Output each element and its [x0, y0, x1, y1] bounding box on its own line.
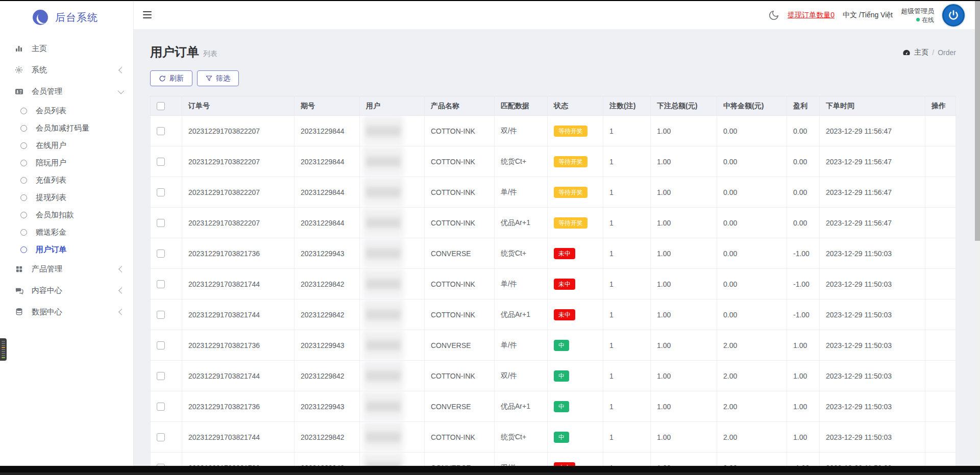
blurred-username [366, 432, 401, 442]
status-badge: 中 [554, 370, 569, 382]
row-checkbox[interactable] [157, 280, 165, 288]
status-badge: 等待开奖 [554, 126, 587, 137]
ops-cell [925, 422, 956, 453]
row-checkbox[interactable] [157, 127, 165, 135]
row-checkbox[interactable] [157, 188, 165, 196]
dashboard-icon [902, 48, 911, 57]
sidebar-item-label: 会员管理 [32, 87, 119, 96]
select-all-checkbox[interactable] [157, 102, 165, 110]
time-cell: 2023-12-29 11:50:03 [820, 299, 925, 330]
sidebar-item-label: 赠送彩金 [36, 228, 124, 237]
match-cell: 单/件 [495, 330, 548, 361]
time-cell: 2023-12-29 11:56:47 [820, 208, 925, 238]
total-cell: 1.00 [651, 116, 717, 146]
order-no-cell: 202312291703822207 [182, 208, 295, 238]
withdraw-order-count[interactable]: 提现订单数量0 [788, 11, 835, 20]
total-cell: 1.00 [651, 238, 717, 269]
sidebar-item-1[interactable]: 主页 [0, 38, 133, 59]
status-badge: 中 [554, 432, 569, 443]
checkbox-cell [151, 391, 182, 422]
blurred-username [366, 279, 401, 289]
circle-icon [19, 106, 28, 115]
period-no-cell: 20231229943 [295, 391, 360, 422]
page-subtitle: 列表 [203, 49, 217, 58]
column-header: 盈利 [787, 96, 820, 116]
filter-button[interactable]: 筛选 [197, 70, 239, 86]
debug-panel-handle[interactable] [0, 338, 7, 361]
row-checkbox[interactable] [157, 433, 165, 441]
sidebar-item-4[interactable]: 会员列表 [0, 102, 133, 119]
user-cell [360, 361, 425, 391]
sidebar-item-3[interactable]: 会员管理 [0, 81, 133, 102]
order-no-cell: 202312291703822207 [182, 146, 295, 177]
online-dot-icon [916, 18, 920, 21]
power-icon [947, 9, 960, 22]
profit-cell: -1.00 [787, 299, 820, 330]
profit-cell: -1.00 [787, 238, 820, 269]
sidebar-item-10[interactable]: 会员加扣款 [0, 206, 133, 223]
time-cell: 2023-12-29 11:50:03 [820, 391, 925, 422]
checkbox-cell [151, 177, 182, 208]
match-cell: 单/件 [495, 177, 548, 208]
sidebar-item-12[interactable]: 用户订单 [0, 241, 133, 258]
page-scrollbar[interactable] [975, 1, 980, 466]
breadcrumb-current: Order [938, 48, 956, 57]
bets-cell: 1 [603, 422, 651, 453]
status-cell: 未中 [548, 299, 603, 330]
sidebar-item-8[interactable]: 充值列表 [0, 171, 133, 189]
sidebar-item-9[interactable]: 提现列表 [0, 189, 133, 206]
row-checkbox[interactable] [157, 219, 165, 227]
period-no-cell: 20231229844 [295, 208, 360, 238]
chevron-left-icon [118, 67, 125, 73]
sidebar-item-5[interactable]: 会员加减打码量 [0, 119, 133, 137]
checkbox-cell [151, 299, 182, 330]
blurred-username [366, 248, 401, 259]
order-no-cell: 202312291703821736 [182, 330, 295, 361]
hamburger-menu-icon[interactable] [143, 11, 152, 18]
column-header: 产品名称 [425, 96, 495, 116]
sidebar-item-14[interactable]: 内容中心 [0, 280, 133, 301]
brand-logo-icon [33, 10, 48, 25]
win-amount-cell: 0.00 [717, 299, 787, 330]
main-content: 用户订单列表 主页 / Order 刷新 筛选 订单号期号用户产品名称匹配数据状… [134, 30, 980, 466]
sidebar-item-6[interactable]: 在线用户 [0, 137, 133, 154]
grid-icon [14, 264, 23, 273]
row-checkbox[interactable] [157, 403, 165, 411]
row-checkbox[interactable] [157, 158, 165, 166]
circle-icon [19, 176, 28, 185]
language-switch[interactable]: 中文 /Tiếng Việt [843, 11, 893, 20]
blurred-username [366, 310, 401, 320]
table-row: 20231229170382174420231229842COTTON-INK统… [151, 422, 956, 453]
sidebar-item-7[interactable]: 陪玩用户 [0, 154, 133, 171]
refresh-button[interactable]: 刷新 [150, 70, 192, 86]
total-cell: 1.00 [651, 391, 717, 422]
ops-cell [925, 146, 956, 177]
orders-table: 订单号期号用户产品名称匹配数据状态注数(注)下注总额(元)中将金额(元)盈利下单… [150, 96, 955, 475]
match-cell: 统货Ct+ [495, 238, 548, 269]
status-cell: 中 [548, 391, 603, 422]
breadcrumb-home[interactable]: 主页 [914, 48, 928, 57]
win-amount-cell: 2.00 [717, 361, 787, 391]
status-badge: 未中 [554, 309, 575, 320]
sidebar-item-13[interactable]: 产品管理 [0, 258, 133, 280]
top-header: 提现订单数量0 中文 /Tiếng Việt 超级管理员 在线 [134, 1, 975, 30]
period-no-cell: 20231229842 [295, 269, 360, 299]
win-amount-cell: 2.00 [717, 391, 787, 422]
row-checkbox[interactable] [157, 372, 165, 380]
row-checkbox[interactable] [157, 311, 165, 319]
row-checkbox[interactable] [157, 341, 165, 349]
match-cell: 统货Ct+ [495, 146, 548, 177]
chevron-left-icon [118, 287, 125, 294]
sidebar-item-2[interactable]: 系统 [0, 59, 133, 81]
ops-cell [925, 116, 956, 146]
avatar[interactable] [942, 4, 965, 27]
total-cell: 1.00 [651, 361, 717, 391]
period-no-cell: 20231229844 [295, 177, 360, 208]
ops-cell [925, 269, 956, 299]
sidebar-item-15[interactable]: 数据中心 [0, 301, 133, 322]
scrollbar-thumb[interactable] [975, 1, 980, 241]
row-checkbox[interactable] [157, 249, 165, 258]
dark-mode-moon-icon[interactable] [768, 10, 779, 21]
column-header: 下注总额(元) [651, 96, 717, 116]
sidebar-item-11[interactable]: 赠送彩金 [0, 223, 133, 241]
